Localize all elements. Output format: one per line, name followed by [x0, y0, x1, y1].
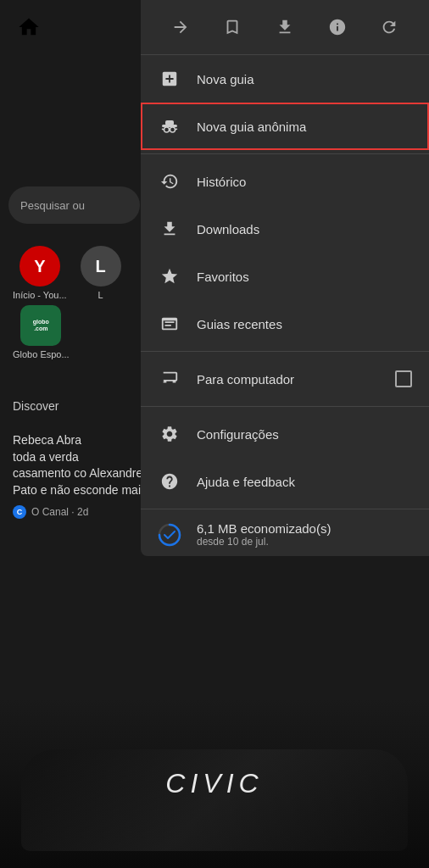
refresh-button[interactable]: [374, 12, 404, 42]
dropdown-menu: Nova guia Nova guia anônima Hi: [141, 0, 429, 556]
shortcut-row-1: Y Início - You... L L: [13, 246, 121, 300]
savings-icon: [158, 523, 181, 547]
svg-rect-1: [165, 120, 174, 125]
download-button[interactable]: [270, 12, 300, 42]
home-icon[interactable]: [17, 15, 41, 42]
menu-item-savings: 6,1 MB economizado(s) desde 10 de jul.: [141, 513, 429, 556]
settings-icon: [158, 422, 181, 446]
shortcut-l[interactable]: L L: [81, 246, 121, 300]
downloads-icon: [158, 217, 181, 241]
menu-item-downloads[interactable]: Downloads: [141, 205, 429, 253]
menu-item-favoritos[interactable]: Favoritos: [141, 253, 429, 300]
help-icon: [158, 470, 181, 493]
favorites-icon: [158, 264, 181, 288]
incognito-icon: [158, 114, 181, 138]
bookmark-button[interactable]: [217, 12, 248, 42]
menu-item-nova-guia[interactable]: Nova guia: [141, 55, 429, 103]
divider-4: [141, 509, 429, 509]
search-bar[interactable]: Pesquisar ou: [8, 186, 140, 224]
desktop-icon: [158, 367, 181, 391]
article-source: O Canal · 2d: [31, 506, 88, 518]
discover-label: Discover: [13, 398, 58, 414]
menu-item-configuracoes[interactable]: Configurações: [141, 410, 429, 458]
youtube-label: Início - You...: [13, 290, 67, 300]
youtube-icon: Y: [20, 246, 60, 287]
ajuda-feedback-label: Ajuda e feedback: [197, 475, 412, 489]
menu-item-para-computador[interactable]: Para computador: [141, 355, 429, 403]
savings-sub: desde 10 de jul.: [197, 536, 331, 548]
info-button[interactable]: [322, 12, 353, 42]
civic-area: CIVIC: [0, 698, 429, 868]
savings-text-block: 6,1 MB economizado(s) desde 10 de jul.: [197, 521, 331, 548]
divider-2: [141, 351, 429, 352]
forward-button[interactable]: [165, 12, 196, 42]
divider-3: [141, 406, 429, 407]
downloads-label: Downloads: [197, 222, 412, 236]
source-icon: C: [13, 505, 26, 519]
svg-point-3: [170, 127, 176, 132]
menu-toolbar: [141, 0, 429, 55]
shortcut-globo[interactable]: globo.com Globo Espo...: [13, 305, 70, 359]
savings-main: 6,1 MB economizado(s): [197, 521, 331, 536]
menu-item-historico[interactable]: Histórico: [141, 158, 429, 205]
para-computador-checkbox[interactable]: [395, 370, 412, 387]
svg-line-5: [162, 129, 164, 130]
plus-square-icon: [158, 67, 181, 91]
nova-guia-anonima-label: Nova guia anônima: [197, 120, 412, 134]
menu-item-guias-recentes[interactable]: Guias recentes: [141, 300, 429, 348]
history-icon: [158, 170, 181, 193]
civic-text: CIVIC: [165, 768, 263, 799]
para-computador-label: Para computador: [197, 372, 395, 387]
nova-guia-label: Nova guia: [197, 72, 412, 86]
menu-item-nova-guia-anonima[interactable]: Nova guia anônima: [141, 103, 429, 150]
svg-line-6: [176, 129, 178, 130]
l-label: L: [98, 290, 103, 300]
menu-item-ajuda-feedback[interactable]: Ajuda e feedback: [141, 458, 429, 505]
shortcut-youtube[interactable]: Y Início - You...: [13, 246, 67, 300]
recent-tabs-icon: [158, 312, 181, 336]
historico-label: Histórico: [197, 175, 412, 189]
l-icon: L: [81, 246, 121, 287]
divider-1: [141, 153, 429, 154]
car-silhouette: [21, 749, 407, 851]
guias-recentes-label: Guias recentes: [197, 317, 412, 331]
search-text: Pesquisar ou: [20, 199, 85, 212]
globo-label: Globo Espo...: [13, 349, 70, 359]
globo-icon: globo.com: [20, 305, 61, 346]
favoritos-label: Favoritos: [197, 270, 412, 284]
configuracoes-label: Configurações: [197, 427, 412, 442]
svg-point-2: [164, 127, 170, 132]
